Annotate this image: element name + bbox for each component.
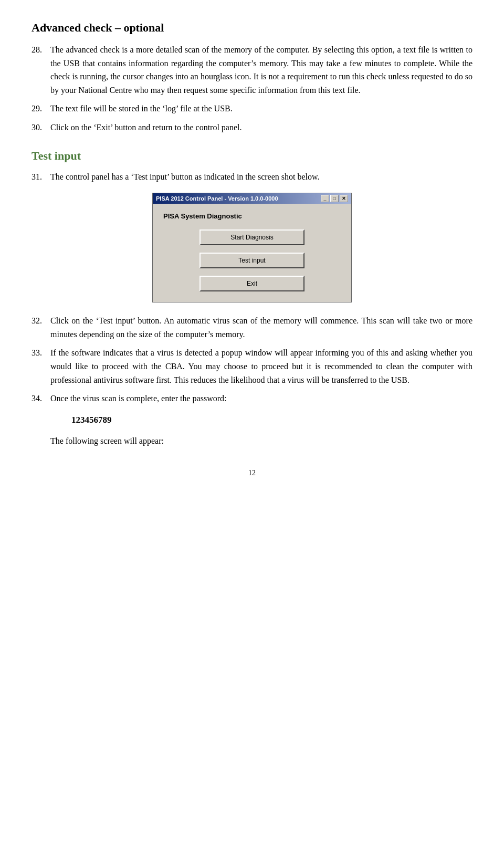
minimize-button[interactable]: _ xyxy=(321,195,329,202)
numbered-list-2: 31. The control panel has a ‘Test input’… xyxy=(32,170,472,184)
list-item: 32. Click on the ‘Test input’ button. An… xyxy=(32,314,472,341)
window-body-label: PISA System Diagnostic xyxy=(163,212,341,220)
item-text: Click on the ‘Test input’ button. An aut… xyxy=(50,314,472,341)
numbered-list-1: 28. The advanced check is a more detaile… xyxy=(32,43,472,134)
pisa-window: PISA 2012 Control Panel - Version 1.0.0-… xyxy=(152,193,352,302)
test-input-button[interactable]: Test input xyxy=(200,253,304,268)
window-titlebar: PISA 2012 Control Panel - Version 1.0.0-… xyxy=(153,193,351,204)
item-number: 30. xyxy=(32,121,50,134)
screenshot-container: PISA 2012 Control Panel - Version 1.0.0-… xyxy=(32,193,472,302)
password-display: 123456789 xyxy=(71,413,472,427)
item-number: 34. xyxy=(32,392,50,447)
list-item: 34. Once the virus scan is complete, ent… xyxy=(32,392,472,447)
item-text: The advanced check is a more detailed sc… xyxy=(50,43,472,97)
start-diagnosis-button[interactable]: Start Diagnosis xyxy=(200,229,304,245)
maximize-button[interactable]: □ xyxy=(330,195,339,202)
window-controls: _ □ ✕ xyxy=(321,195,348,202)
item-text: The control panel has a ‘Test input’ but… xyxy=(50,170,472,184)
close-button[interactable]: ✕ xyxy=(340,195,348,202)
window-title: PISA 2012 Control Panel - Version 1.0.0-… xyxy=(156,195,278,202)
item-number: 32. xyxy=(32,314,50,341)
item-text: If the software indicates that a virus i… xyxy=(50,346,472,387)
item-text: Click on the ‘Exit’ button and return to… xyxy=(50,121,472,134)
list-item: 30. Click on the ‘Exit’ button and retur… xyxy=(32,121,472,134)
item-number: 33. xyxy=(32,346,50,387)
list-item: 29. The text file will be stored in the … xyxy=(32,102,472,116)
list-item: 33. If the software indicates that a vir… xyxy=(32,346,472,387)
exit-button[interactable]: Exit xyxy=(200,276,304,291)
section-heading: Test input xyxy=(32,149,472,163)
item-text: The text file will be stored in the ‘log… xyxy=(50,102,472,116)
page-footer: 12 xyxy=(32,469,472,477)
item-number: 28. xyxy=(32,43,50,97)
item-text-before: Once the virus scan is complete, enter t… xyxy=(50,392,472,447)
page-heading: Advanced check – optional xyxy=(32,21,472,35)
item-number: 29. xyxy=(32,102,50,116)
list-item: 31. The control panel has a ‘Test input’… xyxy=(32,170,472,184)
item-number: 31. xyxy=(32,170,50,184)
list-item: 28. The advanced check is a more detaile… xyxy=(32,43,472,97)
window-body: PISA System Diagnostic Start Diagnosis T… xyxy=(153,204,351,302)
numbered-list-3: 32. Click on the ‘Test input’ button. An… xyxy=(32,314,472,447)
